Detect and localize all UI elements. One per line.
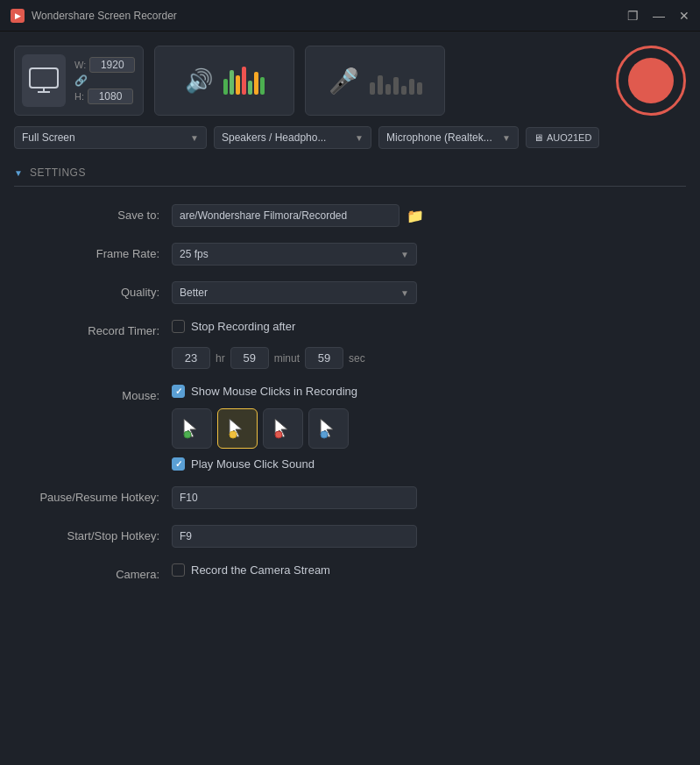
- mic-bars: [370, 67, 422, 95]
- svg-point-8: [275, 431, 282, 438]
- mouse-col: ✓ Show Mouse Clicks in Recording: [172, 385, 357, 471]
- browse-folder-button[interactable]: 📁: [407, 208, 424, 224]
- mic-bar-5: [409, 79, 414, 95]
- settings-section: ▼ SETTINGS Save to: 📁 Frame Rate: 25 fps…: [14, 166, 686, 581]
- quality-control: Better ▼: [172, 281, 686, 304]
- frame-rate-dropdown[interactable]: 25 fps ▼: [172, 243, 417, 266]
- seconds-input[interactable]: [305, 347, 343, 369]
- start-stop-hotkey-label: Start/Stop Hotkey:: [14, 525, 172, 542]
- mic-bar-6: [417, 82, 422, 95]
- frame-rate-row: Frame Rate: 25 fps ▼: [14, 243, 686, 266]
- settings-toggle[interactable]: ▼: [14, 168, 23, 178]
- save-to-row: Save to: 📁: [14, 204, 686, 227]
- mic-box: 🎤: [305, 46, 445, 116]
- eq-bar-5: [254, 72, 258, 95]
- screen-dimensions: W: 🔗 H:: [74, 57, 135, 104]
- quality-label: Quality:: [14, 281, 172, 299]
- eq-bar-1: [230, 70, 234, 95]
- monitor-badge: 🖥 AUO21ED: [526, 127, 599, 148]
- camera-checkbox-label: Record the Camera Stream: [191, 563, 330, 577]
- recorder-section: W: 🔗 H: 🔊 🎤: [14, 46, 686, 116]
- play-sound-wrap: ✓ Play Mouse Click Sound: [172, 457, 357, 471]
- mic-bar-1: [378, 75, 383, 95]
- cursor-style-1[interactable]: [172, 408, 212, 449]
- show-clicks-checkbox[interactable]: ✓: [172, 385, 185, 398]
- speaker-icon: 🔊: [185, 67, 213, 95]
- min-unit: minut: [274, 352, 300, 365]
- screen-mode-chevron: ▼: [190, 133, 199, 143]
- record-button-wrap: [616, 46, 686, 116]
- settings-header: ▼ SETTINGS: [14, 166, 686, 187]
- cursor-blue-icon: [317, 417, 340, 440]
- mouse-label: Mouse:: [14, 385, 172, 402]
- camera-control: Record the Camera Stream: [172, 563, 686, 577]
- screen-mode-dropdown[interactable]: Full Screen ▼: [14, 126, 207, 149]
- cursor-red-icon: [272, 417, 294, 440]
- stop-recording-label: Stop Recording after: [191, 320, 295, 333]
- eq-bar-6: [260, 77, 265, 95]
- show-clicks-label: Show Mouse Clicks in Recording: [191, 385, 357, 398]
- sec-unit: sec: [349, 352, 365, 365]
- frame-rate-chevron: ▼: [400, 250, 409, 259]
- audio-device-dropdown[interactable]: Speakers / Headpho... ▼: [214, 126, 371, 149]
- play-sound-label: Play Mouse Click Sound: [191, 457, 315, 471]
- height-row: H:: [74, 89, 135, 104]
- minutes-input[interactable]: [230, 347, 269, 369]
- screen-icon: [29, 67, 59, 94]
- height-input[interactable]: [88, 89, 133, 104]
- save-path-input[interactable]: [172, 204, 399, 227]
- mic-bar-3: [393, 77, 399, 95]
- title-bar: ▶ Wondershare Screen Recorder ❐ — ✕: [0, 0, 700, 32]
- hr-unit: hr: [216, 352, 225, 365]
- record-button[interactable]: [616, 46, 686, 116]
- maximize-button[interactable]: ❐: [627, 9, 639, 23]
- app-title: Wondershare Screen Recorder: [32, 10, 177, 22]
- close-button[interactable]: ✕: [679, 9, 689, 23]
- screen-mode-value: Full Screen: [22, 131, 75, 144]
- pause-hotkey-control: [172, 486, 686, 509]
- play-sound-checkmark: ✓: [175, 459, 182, 469]
- frame-rate-control: 25 fps ▼: [172, 243, 686, 266]
- quality-row: Quality: Better ▼: [14, 281, 686, 304]
- play-sound-checkbox[interactable]: ✓: [172, 457, 185, 471]
- mouse-row: Mouse: ✓ Show Mouse Clicks in Recording: [14, 385, 686, 471]
- pause-hotkey-input[interactable]: [172, 486, 417, 509]
- hours-input[interactable]: [172, 347, 210, 369]
- camera-checkbox-wrap: Record the Camera Stream: [172, 563, 330, 577]
- camera-checkbox[interactable]: [172, 563, 185, 577]
- frame-rate-label: Frame Rate:: [14, 243, 172, 260]
- link-row: 🔗: [74, 74, 135, 87]
- record-dot: [628, 58, 674, 103]
- quality-dropdown[interactable]: Better ▼: [172, 281, 417, 304]
- show-clicks-checkmark: ✓: [175, 386, 182, 396]
- eq-bar-2: [236, 75, 240, 95]
- mic-bar-4: [401, 86, 407, 95]
- app-icon: ▶: [11, 9, 25, 23]
- mic-device-chevron: ▼: [502, 133, 511, 143]
- camera-row: Camera: Record the Camera Stream: [14, 563, 686, 581]
- svg-rect-0: [30, 68, 58, 88]
- width-input[interactable]: [89, 57, 135, 73]
- cursor-style-2[interactable]: [217, 408, 258, 449]
- start-stop-hotkey-input[interactable]: [172, 525, 417, 548]
- cursor-style-4[interactable]: [308, 408, 349, 449]
- quality-chevron: ▼: [400, 288, 409, 298]
- cursor-style-3[interactable]: [263, 408, 303, 449]
- show-clicks-wrap: ✓ Show Mouse Clicks in Recording: [172, 385, 357, 398]
- minimize-button[interactable]: —: [653, 9, 665, 23]
- title-bar-left: ▶ Wondershare Screen Recorder: [11, 9, 177, 23]
- stop-recording-checkbox[interactable]: [172, 320, 185, 333]
- svg-point-4: [184, 431, 191, 438]
- pause-hotkey-row: Pause/Resume Hotkey:: [14, 486, 686, 509]
- mic-device-value: Microphone (Realtek...: [386, 131, 492, 144]
- pause-hotkey-label: Pause/Resume Hotkey:: [14, 486, 172, 504]
- start-stop-hotkey-control: [172, 525, 686, 548]
- quality-value: Better: [180, 287, 208, 299]
- mic-device-dropdown[interactable]: Microphone (Realtek... ▼: [378, 126, 519, 149]
- mouse-control: ✓ Show Mouse Clicks in Recording: [172, 385, 686, 471]
- mic-icon: 🎤: [329, 67, 359, 96]
- cursor-yellow-icon: [226, 417, 249, 440]
- eq-bar-3: [242, 67, 246, 95]
- record-timer-row: Record Timer: Stop Recording after hr mi…: [14, 320, 686, 369]
- window-controls: ❐ — ✕: [627, 9, 689, 23]
